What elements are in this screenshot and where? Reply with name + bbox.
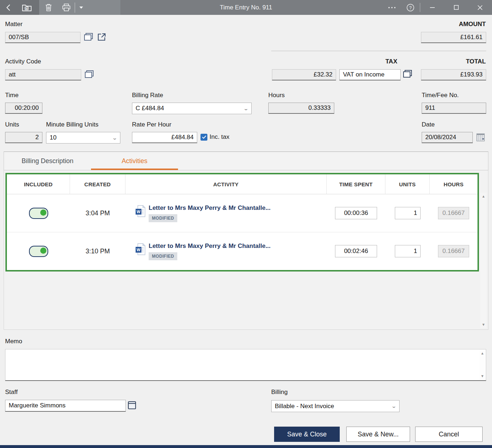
staff-browse-button[interactable] <box>128 401 137 410</box>
svg-text:?: ? <box>409 5 412 10</box>
units-input[interactable]: 1 <box>395 207 421 219</box>
included-cell <box>7 208 70 219</box>
titlebar-tool-group <box>39 0 120 15</box>
minimize-button[interactable] <box>420 0 444 15</box>
billing-rate-select[interactable]: C £484.84 ⌄ <box>132 103 252 114</box>
tab-strip: Billing Description Activities <box>4 152 488 170</box>
chevron-down-icon: ⌄ <box>112 135 117 141</box>
tab-activities[interactable]: Activities <box>91 152 178 170</box>
cancel-button[interactable]: Cancel <box>415 427 483 442</box>
column-header-units[interactable]: UNITS <box>385 174 430 194</box>
inc-tax-checkbox[interactable] <box>200 134 207 141</box>
scroll-down-icon[interactable]: ▼ <box>481 373 484 379</box>
print-button[interactable] <box>58 0 75 15</box>
included-cell <box>7 246 70 257</box>
help-button[interactable]: ? <box>401 0 420 15</box>
close-button[interactable] <box>468 0 492 15</box>
hours-readonly-field: 0.16667 <box>438 245 469 257</box>
activity-code-browse-button[interactable] <box>85 70 94 79</box>
browse-windows-icon <box>85 70 94 78</box>
units-label: Units <box>5 121 19 128</box>
browse-windows-icon <box>403 70 412 78</box>
rate-per-hour-field[interactable]: £484.84 <box>132 132 197 143</box>
memo-scrollbar[interactable]: ▲ ▼ <box>479 350 485 379</box>
column-header-activity[interactable]: ACTIVITY <box>125 174 327 194</box>
staff-label: Staff <box>5 389 18 396</box>
staff-field[interactable]: Marguerite Simmons <box>5 400 126 412</box>
hours-field: 0.33333 <box>268 103 334 114</box>
more-options-icon <box>388 7 396 8</box>
tab-billing-description[interactable]: Billing Description <box>4 152 91 170</box>
scroll-up-icon[interactable]: ▲ <box>481 350 484 357</box>
chevron-down-icon: ⌄ <box>391 403 397 409</box>
units-field: 2 <box>5 132 42 143</box>
save-and-new-button[interactable]: Save & New... <box>346 427 410 442</box>
matter-folder-icon: M <box>22 4 32 12</box>
activity-code-field[interactable]: att <box>5 69 81 80</box>
active-tab-underline <box>91 169 178 170</box>
matter-open-button[interactable] <box>98 33 107 42</box>
memo-textarea[interactable]: ▲ ▼ <box>5 349 486 381</box>
save-and-close-button[interactable]: Save & Close <box>274 427 340 442</box>
print-dropdown-button[interactable] <box>75 0 87 15</box>
units-input[interactable]: 1 <box>395 245 421 257</box>
tax-amount-field: £32.32 <box>272 69 336 80</box>
word-document-icon: W <box>136 205 145 217</box>
date-field[interactable]: 20/08/2024 <box>422 132 473 143</box>
column-header-created[interactable]: CREATED <box>70 174 125 194</box>
total-label: TOTAL <box>466 58 486 65</box>
matter-field[interactable]: 007/SB <box>5 32 80 43</box>
minute-billing-units-select[interactable]: 10 ⌄ <box>46 132 120 144</box>
time-spent-input[interactable]: 00:02:46 <box>335 245 377 257</box>
billing-rate-value: C £484.84 <box>136 105 164 112</box>
back-button[interactable] <box>0 0 16 15</box>
external-link-icon <box>98 33 107 41</box>
time-entry-dialog: M <box>0 0 492 448</box>
toggle-knob <box>40 210 46 216</box>
close-icon <box>477 5 483 10</box>
delete-button[interactable] <box>39 0 58 15</box>
maximize-icon <box>454 5 459 10</box>
column-header-time-spent[interactable]: TIME SPENT <box>327 174 385 194</box>
included-toggle-on[interactable] <box>29 246 48 257</box>
maximize-button[interactable] <box>444 0 468 15</box>
time-label: Time <box>5 92 18 99</box>
word-document-icon: W <box>136 243 145 255</box>
browse-windows-icon <box>84 33 93 41</box>
billing-rate-label: Billing Rate <box>132 92 163 99</box>
matter-button[interactable]: M <box>16 0 38 15</box>
tax-browse-button[interactable] <box>403 70 412 79</box>
scroll-down-icon[interactable]: ▼ <box>482 321 485 328</box>
more-options-button[interactable] <box>383 0 401 15</box>
table-row: 3:10 PM W Letter to Mrs Maxy Perry & Mr … <box>7 232 477 270</box>
column-header-included[interactable]: INCLUDED <box>7 174 70 194</box>
activity-cell[interactable]: W Letter to Mrs Maxy Perry & Mr Chantall… <box>125 204 327 222</box>
print-icon <box>62 4 70 11</box>
print-dropdown-icon <box>79 7 83 9</box>
table-scrollbar[interactable]: ▲ ▼ <box>480 193 487 328</box>
time-field: 00:20:00 <box>5 103 42 114</box>
activity-cell[interactable]: W Letter to Mrs Maxy Perry & Mr Chantall… <box>125 242 327 260</box>
window-bottom-accent <box>0 445 492 448</box>
time-spent-cell: 00:00:36 <box>327 207 385 219</box>
hours-readonly-field: 0.16667 <box>438 207 469 219</box>
total-field: £193.93 <box>421 69 486 80</box>
minimize-icon <box>430 7 435 8</box>
hours-label: Hours <box>268 92 285 99</box>
time-spent-input[interactable]: 00:00:36 <box>335 207 377 219</box>
billing-select[interactable]: Billable - Next Invoice ⌄ <box>271 400 400 412</box>
svg-text:M: M <box>26 7 28 9</box>
included-toggle-on[interactable] <box>29 208 48 219</box>
created-cell: 3:10 PM <box>70 248 125 255</box>
tax-type-field[interactable]: VAT on Income <box>339 69 401 80</box>
matter-browse-button[interactable] <box>84 33 93 42</box>
minute-billing-units-value: 10 <box>50 134 57 141</box>
activity-title[interactable]: Letter to Mrs Maxy Perry & Mr Chantalle.… <box>149 242 270 250</box>
billing-value: Billable - Next Invoice <box>275 403 334 410</box>
activity-title[interactable]: Letter to Mrs Maxy Perry & Mr Chantalle.… <box>149 204 270 212</box>
column-header-hours[interactable]: HOURS <box>430 174 477 194</box>
activity-code-label: Activity Code <box>5 58 41 65</box>
tax-divider <box>271 51 486 51</box>
date-picker-button[interactable] <box>476 133 485 142</box>
scroll-up-icon[interactable]: ▲ <box>482 193 485 200</box>
